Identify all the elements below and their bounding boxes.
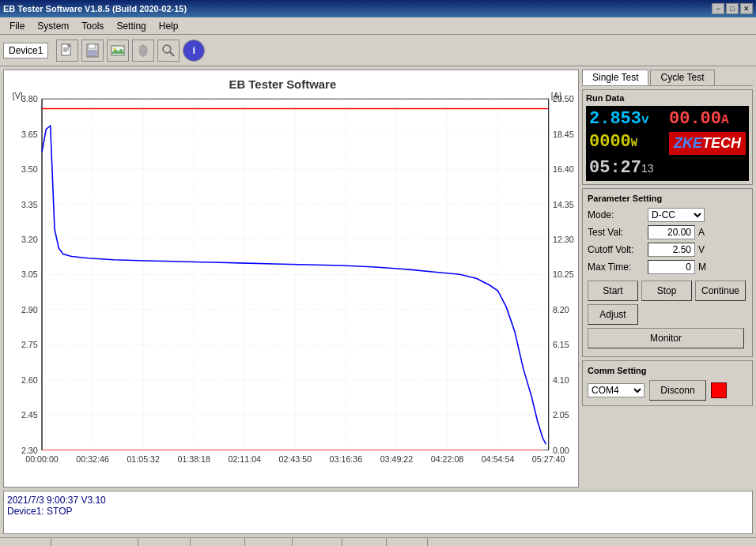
menu-help[interactable]: Help [153, 19, 185, 33]
current-display: 00.00A [669, 109, 746, 129]
continue-button[interactable]: Continue [695, 281, 746, 301]
status-mode: Mode D-CC 20.00A 2.50V [51, 538, 138, 546]
svg-text:2.90: 2.90 [21, 305, 38, 314]
device-label: Device1 [3, 43, 48, 58]
svg-text:01:05:32: 01:05:32 [127, 454, 160, 464]
cutoff-input[interactable] [648, 243, 695, 257]
minimize-button[interactable]: − [712, 3, 724, 14]
window-controls: − □ ✕ [712, 3, 753, 14]
status-cutoff-volt: Cutoff Volt 2.500V [191, 538, 244, 546]
maximize-button[interactable]: □ [726, 3, 739, 14]
svg-text:8.20: 8.20 [553, 305, 569, 314]
menu-file[interactable]: File [3, 19, 31, 33]
time-display: 05:2713 [589, 158, 746, 178]
port-select[interactable]: COM1 COM2 COM3 COM4 [588, 383, 644, 397]
mode-label: Mode: [588, 209, 644, 220]
close-button[interactable]: ✕ [740, 3, 753, 14]
disconnect-button[interactable]: Disconn [649, 380, 706, 401]
svg-text:6.15: 6.15 [553, 340, 569, 349]
svg-text:02:43:50: 02:43:50 [279, 454, 312, 464]
current-unit: A [721, 113, 729, 127]
cutoff-label: Cutoff Volt: [588, 244, 644, 255]
comm-row: COM1 COM2 COM3 COM4 Disconn [588, 380, 747, 401]
window-title: EB Tester Software V1.8.5 (Build 2020-02… [3, 4, 187, 13]
comm-indicator [711, 382, 727, 398]
monitor-button[interactable]: Monitor [588, 328, 744, 348]
chart-title: EB Tester Software [229, 78, 336, 91]
status-bar: Device EBC-A40L Mode D-CC 20.00A 2.50V B… [0, 537, 756, 546]
mode-select[interactable]: D-CC D-CV D-CR D-CW [648, 208, 705, 222]
svg-text:3.65: 3.65 [21, 130, 38, 139]
maxtime-unit: M [698, 262, 706, 273]
svg-text:2.05: 2.05 [553, 410, 569, 420]
comm-setting-box: Comm Setting COM1 COM2 COM3 COM4 Disconn [582, 360, 753, 406]
new-button[interactable] [56, 40, 78, 62]
run-data-title: Run Data [586, 93, 749, 103]
svg-text:4.10: 4.10 [553, 375, 569, 385]
start-button[interactable]: Start [588, 281, 638, 301]
svg-text:04:22:08: 04:22:08 [431, 454, 464, 464]
log-line-2: Device1: STOP [7, 506, 749, 517]
status-curve-v: CurveV [387, 538, 428, 546]
menu-bar: File System Tools Setting Help [0, 17, 756, 35]
svg-text:03:16:36: 03:16:36 [330, 454, 363, 464]
status-curve-a: CurveA [428, 538, 468, 546]
log-line-1: 2021/7/3 9:00:37 V3.10 [7, 495, 749, 506]
open-image-button[interactable] [107, 40, 129, 62]
svg-rect-7 [89, 51, 96, 56]
menu-system[interactable]: System [31, 19, 75, 33]
voltage-display: 2.853v [589, 109, 666, 129]
svg-rect-6 [89, 44, 95, 48]
tab-cycle-test[interactable]: Cycle Test [650, 70, 714, 85]
testval-row: Test Val: A [588, 225, 747, 239]
svg-text:16.40: 16.40 [553, 164, 574, 174]
stop-button[interactable]: Stop [641, 281, 692, 301]
tech-text: TECH [702, 135, 741, 152]
testval-unit: A [698, 227, 705, 238]
svg-text:18.45: 18.45 [553, 130, 574, 139]
right-panel: Single Test Cycle Test Run Data 2.853v 0… [582, 66, 756, 491]
mode-row: Mode: D-CC D-CV D-CR D-CW [588, 208, 747, 222]
maxtime-row: Max Time: M [588, 260, 747, 274]
svg-text:2.75: 2.75 [21, 340, 38, 349]
control-buttons: Start Stop Continue Adjust Monitor [588, 277, 747, 352]
menu-setting[interactable]: Setting [110, 19, 152, 33]
tab-single-test[interactable]: Single Test [582, 70, 648, 85]
menu-tools[interactable]: Tools [75, 19, 110, 33]
svg-text:3.05: 3.05 [21, 270, 38, 280]
adjust-button[interactable]: Adjust [588, 304, 638, 325]
svg-text:10.25: 10.25 [553, 270, 574, 280]
svg-text:3.20: 3.20 [21, 235, 38, 244]
settings-button[interactable] [132, 40, 154, 62]
save-button[interactable] [81, 40, 104, 62]
info-button[interactable]: i [183, 40, 205, 62]
status-table: Device EBC-A40L Mode D-CC 20.00A 2.50V B… [0, 538, 756, 546]
zke-logo: ZKETECH [669, 132, 746, 155]
status-device: Device EBC-A40L [0, 538, 51, 546]
power-value: 0000 [589, 132, 631, 152]
svg-text:3.35: 3.35 [21, 200, 38, 209]
time-value: 05:27 [589, 158, 641, 178]
svg-text:3.50: 3.50 [21, 164, 38, 174]
cutoff-row: Cutoff Volt: V [588, 243, 747, 257]
svg-text:01:38:18: 01:38:18 [177, 454, 210, 464]
svg-text:02:11:04: 02:11:04 [229, 454, 262, 464]
run-data-box: Run Data 2.853v 00.00A 0000W ZKETECH 05:… [582, 89, 753, 185]
testval-input[interactable] [648, 225, 695, 239]
maxtime-input[interactable] [648, 260, 695, 274]
svg-text:20.50: 20.50 [553, 94, 574, 104]
search-button[interactable] [157, 40, 180, 62]
status-capacity: Capacity 109.08Ah [245, 538, 293, 546]
zke-text: ZKE [674, 135, 702, 152]
svg-text:12.30: 12.30 [553, 235, 574, 244]
run-data-display: 2.853v 00.00A 0000W ZKETECH 05:2713 [586, 106, 749, 181]
svg-text:2.45: 2.45 [21, 410, 38, 420]
svg-text:00:00:00: 00:00:00 [25, 454, 59, 464]
tabs: Single Test Cycle Test [582, 70, 753, 86]
voltage-value: 2.853 [589, 109, 641, 129]
status-begin-volt: Begin Volt 3.585V [138, 538, 191, 546]
svg-text:00:32:46: 00:32:46 [76, 454, 109, 464]
param-title: Parameter Setting [588, 194, 747, 203]
svg-text:3.80: 3.80 [21, 94, 38, 104]
power-display: 0000W [589, 132, 666, 155]
